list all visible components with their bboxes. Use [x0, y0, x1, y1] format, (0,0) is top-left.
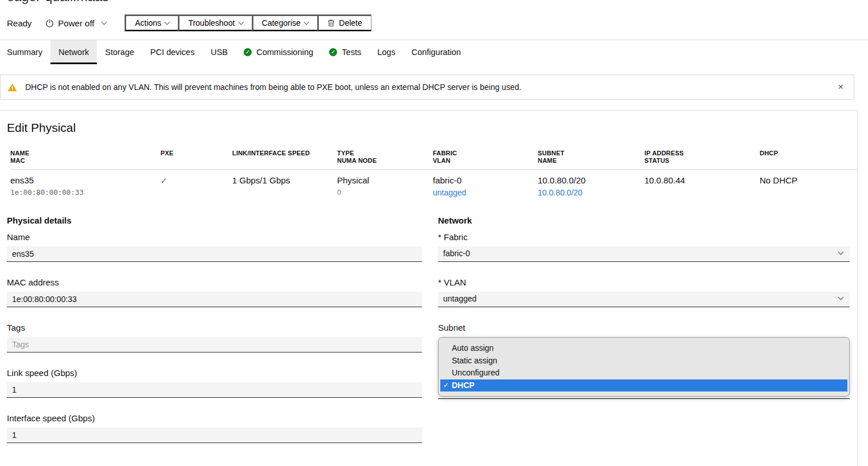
tab-label: Summary: [7, 48, 42, 57]
vlan-select[interactable]: untagged: [438, 292, 850, 307]
categorise-button[interactable]: Categorise: [252, 15, 318, 31]
subnet-option-unconfigured[interactable]: Unconfigured: [440, 367, 847, 379]
cell-subnet-name: 10.0.80.0/20 10.0.80.0/20: [538, 175, 644, 197]
check-circle-icon: ✓: [329, 48, 337, 56]
subnet-option-dhcp[interactable]: ✓ DHCP: [440, 379, 847, 392]
chevron-down-icon: [101, 19, 107, 25]
subnet-value: 10.0.80.0/20: [538, 175, 644, 185]
power-menu[interactable]: Power off: [45, 18, 106, 28]
fabric-select[interactable]: fabric-0: [438, 246, 850, 262]
delete-label: Delete: [339, 18, 362, 28]
tab-usb[interactable]: USB: [202, 40, 236, 64]
interface-mac: 1e:00:80:00:00:33: [10, 188, 161, 197]
interface-speed-input[interactable]: [7, 428, 422, 443]
link-speed-label: Link speed (Gbps): [7, 368, 422, 378]
cell-type-numa: Physical 0: [337, 175, 433, 197]
tab-label: Storage: [105, 48, 134, 57]
edit-form: Physical details Name MAC address Tags L…: [7, 216, 857, 459]
vlan-label: * VLAN: [438, 277, 850, 287]
action-button-group: Actions Troubleshoot Categorise Delete: [124, 14, 371, 32]
name-field-group: Name: [7, 232, 422, 262]
cell-name-mac: ens35 1e:00:80:00:00:33: [10, 175, 161, 197]
tags-label: Tags: [7, 323, 422, 332]
pxe-check-icon: ✓: [161, 176, 167, 185]
actions-button[interactable]: Actions: [125, 15, 178, 31]
tab-pci-devices[interactable]: PCI devices: [142, 40, 202, 64]
subnet-link[interactable]: 10.0.80.0/20: [538, 188, 582, 197]
troubleshoot-button[interactable]: Troubleshoot: [178, 15, 252, 31]
warning-icon: [7, 83, 17, 92]
col-link-speed: LINK/INTERFACE SPEED: [232, 150, 337, 165]
machine-tabs: Summary Network Storage PCI devices USB …: [0, 40, 868, 64]
tags-input[interactable]: [7, 337, 422, 353]
machine-toolbar: Ready Power off Actions Troubleshoot Cat…: [7, 14, 861, 32]
page-title-clipped: eager-quail.maas: [0, 0, 868, 5]
subnet-option-dhcp-label: DHCP: [452, 381, 475, 390]
vlan-select-value: untagged: [438, 292, 850, 307]
name-input[interactable]: [7, 246, 422, 262]
cell-pxe: ✓: [161, 175, 232, 197]
fabric-value: fabric-0: [433, 175, 538, 185]
categorise-label: Categorise: [262, 18, 301, 28]
mac-input[interactable]: [7, 292, 422, 307]
network-column: Network * Fabric fabric-0 * VLAN untagge…: [438, 216, 850, 459]
tab-tests[interactable]: ✓ Tests: [321, 40, 369, 64]
interface-speed-field-group: Interface speed (Gbps): [7, 413, 422, 443]
col-type-numa: TYPE NUMA NODE: [337, 150, 433, 165]
check-icon: ✓: [443, 379, 449, 392]
subnet-option-static-assign[interactable]: Static assign: [440, 355, 847, 367]
subnet-select-underline: [438, 398, 850, 399]
subnet-option-auto-assign[interactable]: Auto assign: [440, 342, 847, 355]
tab-label: Commissioning: [256, 48, 313, 57]
network-heading: Network: [438, 216, 850, 225]
tab-label: Logs: [377, 48, 395, 57]
col-name-mac: NAME MAC: [10, 150, 161, 165]
interface-name: ens35: [10, 175, 161, 185]
physical-details-heading: Physical details: [7, 216, 422, 225]
col-subnet-name: SUBNET NAME: [538, 150, 644, 165]
cell-link-speed: 1 Gbps/1 Gbps: [232, 175, 337, 197]
edit-physical-card: Edit Physical NAME MAC PXE LINK/INTERFAC…: [0, 110, 858, 466]
chevron-down-icon: [238, 19, 244, 25]
link-speed-field-group: Link speed (Gbps): [7, 368, 422, 398]
power-icon: [45, 19, 54, 28]
tab-label: Tests: [342, 48, 361, 57]
chevron-down-icon: [304, 19, 310, 25]
tab-configuration[interactable]: Configuration: [404, 40, 469, 64]
machine-status: Ready: [7, 18, 32, 28]
actions-label: Actions: [135, 18, 161, 28]
tab-label: Configuration: [412, 48, 461, 57]
tab-label: PCI devices: [150, 48, 194, 57]
cell-ip-address: 10.0.80.44: [644, 175, 760, 197]
cell-dhcp: No DHCP: [760, 175, 857, 197]
col-pxe: PXE: [161, 150, 232, 165]
fabric-select-value: fabric-0: [438, 246, 850, 262]
check-circle-icon: ✓: [244, 48, 252, 56]
vlan-field-group: * VLAN untagged: [438, 277, 850, 307]
close-icon[interactable]: ×: [836, 82, 846, 92]
tab-summary[interactable]: Summary: [7, 40, 50, 64]
cell-fabric-vlan: fabric-0 untagged: [433, 175, 538, 197]
dhcp-warning-banner: DHCP is not enabled on any VLAN. This wi…: [0, 75, 854, 100]
mac-label: MAC address: [7, 277, 422, 287]
link-speed-input[interactable]: [7, 382, 422, 398]
interface-speed-label: Interface speed (Gbps): [7, 413, 422, 423]
mac-field-group: MAC address: [7, 277, 422, 307]
tab-commissioning[interactable]: ✓ Commissioning: [236, 40, 321, 64]
subnet-dropdown-open: Auto assign Static assign Unconfigured ✓…: [438, 337, 850, 397]
physical-details-column: Physical details Name MAC address Tags L…: [7, 216, 422, 459]
trash-icon: [327, 19, 335, 27]
subnet-label: Subnet: [438, 323, 850, 332]
delete-button[interactable]: Delete: [318, 15, 370, 31]
table-row: ens35 1e:00:80:00:00:33 ✓ 1 Gbps/1 Gbps …: [10, 170, 857, 197]
edit-physical-title: Edit Physical: [7, 121, 857, 135]
tab-logs[interactable]: Logs: [369, 40, 403, 64]
tab-network[interactable]: Network: [50, 40, 97, 64]
chevron-down-icon: [165, 19, 170, 25]
fabric-label: * Fabric: [438, 232, 850, 242]
vlan-link[interactable]: untagged: [433, 188, 466, 197]
name-label: Name: [7, 232, 422, 242]
tags-field-group: Tags: [7, 323, 422, 353]
tab-storage[interactable]: Storage: [97, 40, 142, 64]
machine-title: eager-quail.maas: [7, 0, 868, 5]
